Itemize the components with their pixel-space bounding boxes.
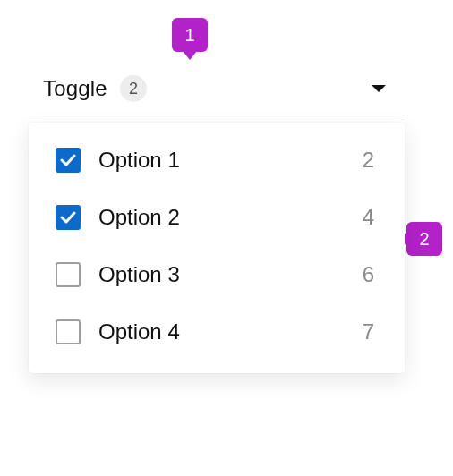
annotation-callout-1-label: 1	[184, 25, 194, 46]
list-item[interactable]: Option 3 6	[29, 246, 405, 303]
list-item[interactable]: Option 1 2	[29, 132, 405, 189]
option-count: 4	[363, 205, 374, 230]
option-label: Option 3	[98, 262, 363, 287]
option-count: 6	[363, 262, 374, 287]
selected-count-badge: 2	[120, 75, 147, 102]
list-item[interactable]: Option 2 4	[29, 189, 405, 246]
list-item[interactable]: Option 4 7	[29, 303, 405, 361]
checkbox-option-3[interactable]	[56, 262, 81, 287]
checkbox-option-2[interactable]	[56, 205, 81, 230]
annotation-callout-2-label: 2	[419, 229, 429, 250]
option-count: 2	[363, 148, 374, 173]
option-label: Option 2	[98, 205, 363, 230]
chevron-down-icon	[371, 84, 387, 93]
option-label: Option 4	[98, 319, 363, 344]
selected-count-value: 2	[129, 80, 138, 98]
annotation-callout-2: 2	[406, 222, 442, 256]
checkbox-option-1[interactable]	[56, 148, 81, 173]
dropdown-container: Toggle 2 Option 1 2 Option 2 4	[29, 64, 405, 373]
annotation-callout-1: 1	[172, 18, 208, 52]
checkbox-option-4[interactable]	[56, 319, 81, 344]
dropdown-panel: Option 1 2 Option 2 4 Option 3 6 Option …	[29, 123, 405, 373]
dropdown-title: Toggle	[43, 76, 107, 101]
option-label: Option 1	[98, 148, 363, 173]
dropdown-toggle[interactable]: Toggle 2	[29, 64, 405, 115]
option-count: 7	[363, 319, 374, 344]
